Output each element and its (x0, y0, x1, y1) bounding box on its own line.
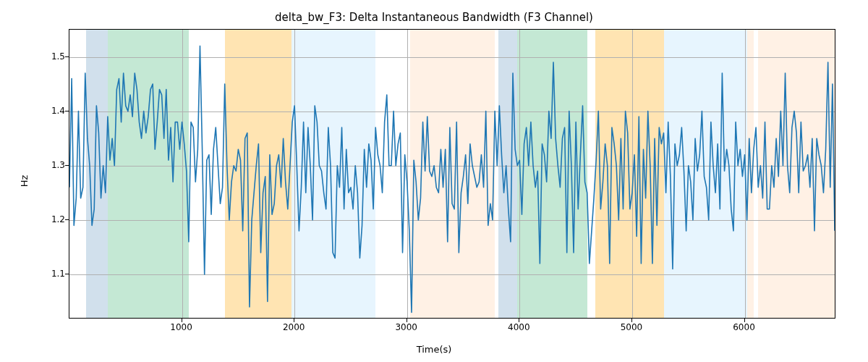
x-tick-label: 1000 (160, 322, 203, 332)
y-axis-label: Hz (19, 175, 30, 188)
y-tick-label: 1.4 (36, 106, 65, 116)
signal-line (69, 46, 835, 313)
signal-line-layer (69, 30, 835, 318)
x-tick-mark (631, 319, 632, 322)
y-tick-label: 1.1 (36, 269, 65, 279)
y-tick-mark (65, 274, 69, 274)
chart-container: delta_bw_F3: Delta Instantaneous Bandwid… (0, 0, 868, 362)
x-tick-mark (182, 319, 182, 322)
y-tick-label: 1.3 (36, 160, 65, 170)
x-tick-label: 3000 (385, 322, 428, 332)
x-tick-label: 2000 (272, 322, 315, 332)
y-tick-mark (65, 165, 69, 166)
plot-area (69, 29, 835, 319)
x-tick-mark (294, 319, 294, 322)
chart-title: delta_bw_F3: Delta Instantaneous Bandwid… (0, 11, 868, 24)
x-tick-mark (407, 319, 407, 322)
y-tick-label: 1.2 (36, 214, 65, 224)
y-tick-label: 1.5 (36, 51, 65, 62)
x-tick-mark (519, 319, 519, 322)
y-tick-mark (65, 56, 69, 57)
y-tick-mark (65, 219, 69, 220)
x-axis-label: Time(s) (0, 344, 868, 355)
x-tick-label: 6000 (723, 322, 766, 332)
x-tick-mark (744, 319, 745, 322)
y-tick-mark (65, 111, 69, 111)
x-tick-label: 4000 (497, 322, 540, 332)
x-tick-label: 5000 (610, 322, 653, 332)
